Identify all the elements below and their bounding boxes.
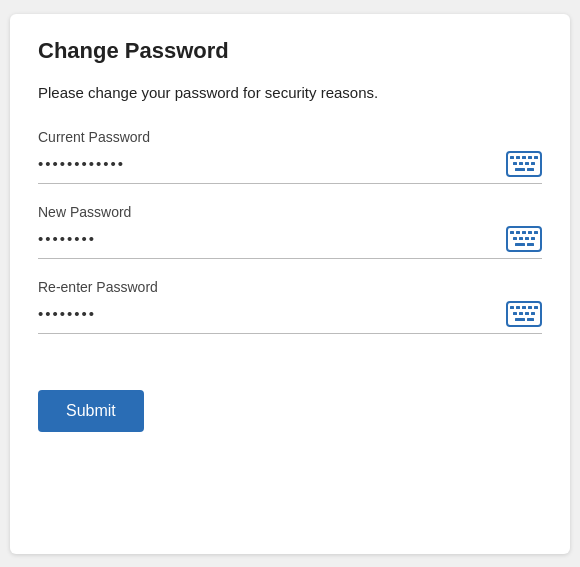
- card-subtitle: Please change your password for security…: [38, 84, 542, 101]
- new-password-input[interactable]: [38, 230, 506, 247]
- reenter-password-input[interactable]: [38, 305, 506, 322]
- reenter-password-group: Re-enter Password: [38, 279, 542, 334]
- current-password-row: [38, 151, 542, 184]
- reenter-password-label: Re-enter Password: [38, 279, 542, 295]
- submit-button[interactable]: Submit: [38, 390, 144, 432]
- reenter-password-keyboard-icon[interactable]: [506, 301, 542, 327]
- new-password-group: New Password: [38, 204, 542, 259]
- current-password-keyboard-icon[interactable]: [506, 151, 542, 177]
- new-password-keyboard-icon[interactable]: [506, 226, 542, 252]
- reenter-password-row: [38, 301, 542, 334]
- new-password-label: New Password: [38, 204, 542, 220]
- card-title: Change Password: [38, 38, 542, 64]
- current-password-group: Current Password: [38, 129, 542, 184]
- current-password-label: Current Password: [38, 129, 542, 145]
- change-password-card: Change Password Please change your passw…: [10, 14, 570, 554]
- new-password-row: [38, 226, 542, 259]
- current-password-input[interactable]: [38, 155, 506, 172]
